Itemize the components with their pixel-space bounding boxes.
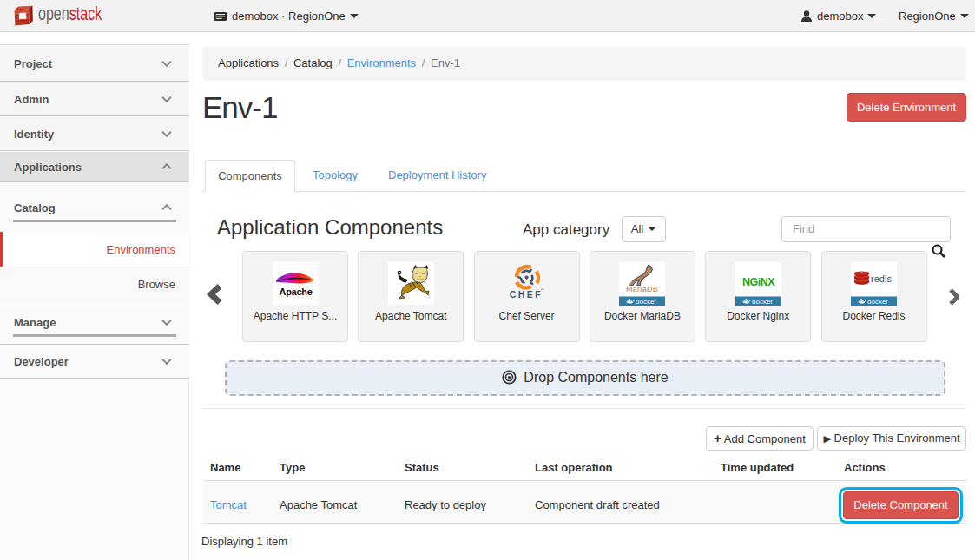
svg-text:redis: redis xyxy=(871,273,892,284)
svg-text:docker: docker xyxy=(752,298,773,306)
svg-text:docker: docker xyxy=(867,298,888,306)
svg-text:CHEF: CHEF xyxy=(510,289,543,300)
svg-text:Apache: Apache xyxy=(279,287,312,297)
svg-text:MariaDB: MariaDB xyxy=(626,285,658,293)
svg-text:docker: docker xyxy=(636,298,656,306)
svg-text:NGiNX: NGiNX xyxy=(742,276,775,288)
